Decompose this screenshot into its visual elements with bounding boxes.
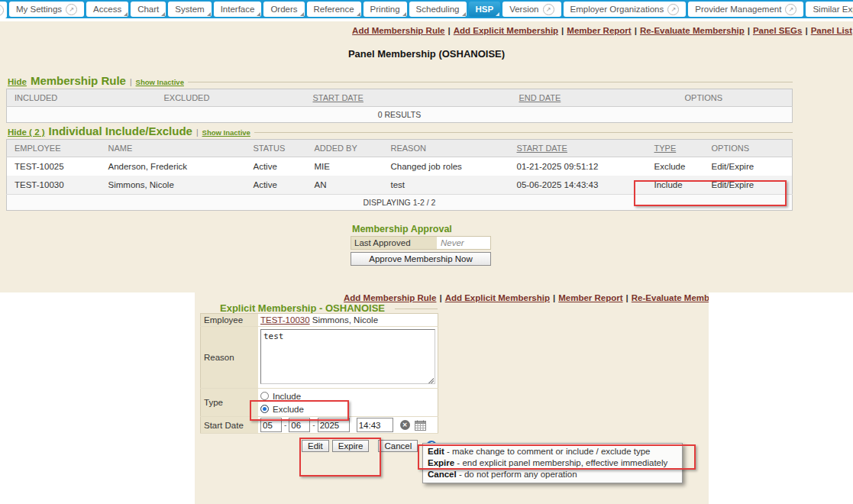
employee-id-link[interactable]: TEST-10030: [260, 315, 310, 325]
tab-label: Similar Exposure Groups (SEGs): [813, 5, 853, 14]
cell-status: Active: [249, 157, 310, 176]
form-buttons-row: Edit Expire Cancel ?: [302, 440, 437, 452]
tab-label: HSP: [476, 5, 494, 14]
empty-results-text: 0 RESULTS: [7, 107, 793, 123]
tab-similar-exposure-groups[interactable]: Similar Exposure Groups (SEGs) ↗: [806, 2, 853, 17]
tab-label: Orders: [270, 5, 297, 14]
add-explicit-membership-link[interactable]: Add Explicit Membership: [454, 26, 558, 35]
tooltip-line-expire: Expire - end explicit panel membership, …: [428, 457, 677, 469]
cell-name: Anderson, Frederick: [104, 157, 249, 176]
member-report-link[interactable]: Member Report: [558, 293, 622, 302]
explicit-membership-form: Employee TEST-10030 Simmons, Nicole Reas…: [200, 313, 438, 434]
tab-employer-organizations[interactable]: Employer Organizations ↗: [564, 2, 687, 17]
col-added-by: ADDED BY: [310, 140, 386, 157]
reason-row: Reason test: [201, 327, 438, 389]
table-row: TEST-10030 Simmons, Nicole Active AN tes…: [7, 176, 793, 195]
hide-individual-link[interactable]: Hide ( 2 ): [8, 128, 45, 137]
employee-row: Employee TEST-10030 Simmons, Nicole: [201, 314, 438, 327]
cell-start-date: 05-06-2025 14:43:43: [512, 176, 650, 195]
col-reason: REASON: [386, 140, 512, 157]
cell-name: Simmons, Nicole: [104, 176, 249, 195]
type-option-exclude[interactable]: Exclude: [260, 402, 435, 415]
month-input[interactable]: [260, 418, 282, 432]
start-date-label: Start Date: [201, 417, 259, 434]
page-title: Panel Membership (OSHANOISE): [0, 48, 853, 60]
table-header-row: EMPLOYEE NAME STATUS ADDED BY REASON STA…: [7, 140, 793, 157]
calendar-icon[interactable]: [415, 420, 426, 431]
tab-chart[interactable]: Chart: [131, 2, 166, 17]
col-end-date[interactable]: END DATE: [515, 89, 680, 107]
panel-membership-page: Add Membership Rule|Add Explicit Members…: [0, 21, 853, 292]
radio-exclude-selected[interactable]: [260, 405, 269, 413]
cell-type: Include: [650, 176, 707, 195]
add-membership-rule-link[interactable]: Add Membership Rule: [352, 26, 444, 35]
table-header-row: INCLUDED EXCLUDED START DATE END DATE OP…: [7, 89, 793, 107]
app-screen: ↗ My Settings ↗ Access Chart System Inte…: [0, 0, 853, 504]
individual-include-exclude-section: Hide ( 2 ) Individual Include/Exclude | …: [6, 124, 793, 211]
hide-membership-rule-link[interactable]: Hide: [8, 77, 27, 86]
type-option-include[interactable]: Include: [260, 389, 435, 402]
cell-start-date: 01-21-2025 09:51:12: [512, 157, 650, 176]
tab-provider-management[interactable]: Provider Management ↗: [688, 2, 803, 17]
membership-rule-section: Hide Membership Rule | Show Inactive INC…: [6, 74, 793, 123]
show-inactive-link[interactable]: Show Inactive: [202, 128, 250, 137]
reason-textarea[interactable]: test: [260, 329, 435, 384]
tab-version[interactable]: Version ↗: [502, 2, 561, 17]
membership-approval-title: Membership Approval: [352, 224, 491, 234]
add-explicit-membership-link[interactable]: Add Explicit Membership: [445, 293, 550, 302]
col-start-date[interactable]: START DATE: [512, 140, 650, 157]
col-options: OPTIONS: [707, 140, 793, 157]
tab-reference[interactable]: Reference: [307, 2, 361, 17]
tab-scheduling[interactable]: Scheduling: [409, 2, 467, 17]
edit-expire-option[interactable]: Edit/Expire: [707, 157, 793, 176]
tab-label: Interface: [221, 5, 255, 14]
tab-orders[interactable]: Orders: [263, 2, 304, 17]
external-link-icon: ↗: [0, 5, 4, 16]
tab-my-settings[interactable]: My Settings ↗: [9, 2, 84, 17]
tab-printing[interactable]: Printing: [363, 2, 407, 17]
tab-label: System: [175, 5, 204, 14]
col-start-date[interactable]: START DATE: [309, 89, 515, 107]
individual-title: Individual Include/Exclude: [49, 124, 192, 137]
col-type[interactable]: TYPE: [650, 140, 707, 157]
action-links-row: Add Membership Rule|Add Explicit Members…: [352, 26, 852, 35]
re-evaluate-membership-link[interactable]: Re-Evaluate Membership: [632, 293, 709, 302]
edit-expire-option[interactable]: Edit/Expire: [707, 176, 793, 195]
cell-added-by: AN: [310, 176, 386, 195]
tab-system[interactable]: System: [168, 2, 211, 17]
edit-button[interactable]: Edit: [302, 440, 329, 452]
panel-list-link[interactable]: Panel List: [811, 26, 852, 35]
employee-name: Simmons, Nicole: [312, 315, 378, 325]
clear-date-icon[interactable]: ✕: [400, 420, 410, 430]
col-status: STATUS: [249, 140, 310, 157]
member-report-link[interactable]: Member Report: [567, 26, 631, 35]
cancel-button[interactable]: Cancel: [378, 440, 418, 452]
time-input[interactable]: [357, 418, 393, 432]
radio-include[interactable]: [260, 392, 269, 400]
panel-segs-link[interactable]: Panel SEGs: [753, 26, 803, 35]
day-input[interactable]: [289, 418, 310, 432]
partial-tab: ↗: [0, 2, 7, 18]
tab-label: Access: [93, 5, 121, 14]
divider: [188, 82, 793, 82]
expire-button[interactable]: Expire: [332, 440, 370, 452]
cell-type: Exclude: [650, 157, 707, 176]
year-input[interactable]: [318, 418, 350, 432]
col-excluded: EXCLUDED: [160, 89, 309, 107]
top-tab-bar: ↗ My Settings ↗ Access Chart System Inte…: [0, 0, 853, 20]
tab-hsp-active[interactable]: HSP: [469, 2, 501, 17]
resize-handle[interactable]: [428, 377, 434, 383]
approve-membership-now-button[interactable]: Approve Membership Now: [351, 252, 491, 266]
tab-interface[interactable]: Interface: [214, 2, 262, 17]
employee-label: Employee: [201, 314, 259, 327]
add-membership-rule-link[interactable]: Add Membership Rule: [344, 293, 436, 302]
col-name: NAME: [104, 140, 249, 157]
cell-reason: Changed job roles: [386, 157, 512, 176]
show-inactive-link[interactable]: Show Inactive: [136, 78, 184, 86]
cell-employee: TEST-10025: [7, 157, 104, 176]
tab-label: Employer Organizations: [570, 5, 664, 14]
re-evaluate-membership-link[interactable]: Re-Evaluate Membership: [640, 26, 745, 35]
tooltip-line-edit: Edit - make change to comment or include…: [428, 446, 677, 457]
tab-access[interactable]: Access: [86, 2, 128, 17]
membership-rule-table: INCLUDED EXCLUDED START DATE END DATE OP…: [6, 89, 793, 123]
